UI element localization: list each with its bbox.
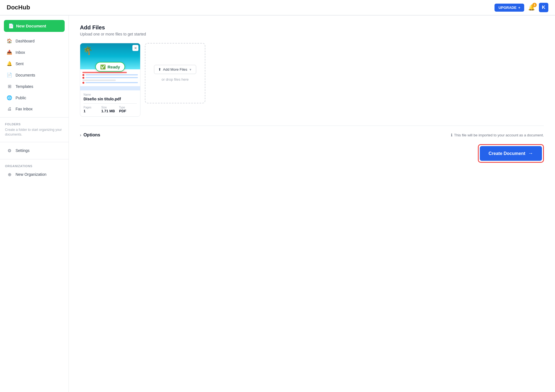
pdf-preview-body (80, 69, 140, 86)
app-layout: 📄 New Document 🏠 Dashboard 📥 Inbox 🔔 Sen… (0, 16, 555, 392)
ready-label: Ready (107, 65, 120, 69)
options-row: › Options ℹ This file will be imported t… (80, 131, 544, 144)
chevron-right-icon: › (80, 133, 81, 137)
file-type: Type PDF (119, 106, 137, 113)
file-info: Name Diseño sin titulo.pdf Pages 1 Size … (80, 90, 140, 116)
type-label: Type (119, 106, 137, 109)
file-close-button[interactable]: ✕ (132, 45, 138, 51)
sidebar-label-templates: Templates (16, 84, 33, 89)
sidebar-divider-3 (0, 159, 69, 159)
pdf-line-1 (82, 72, 127, 73)
new-document-button[interactable]: 📄 New Document (4, 20, 65, 32)
pdf-dot-red-1 (82, 74, 84, 76)
section-divider (80, 126, 544, 126)
options-info-row: ℹ This file will be imported to your acc… (451, 133, 544, 137)
sidebar-divider-1 (0, 117, 69, 118)
drop-zone[interactable]: ⬆ Add More Files ▼ or drop files here (145, 43, 205, 103)
new-doc-icon: 📄 (8, 23, 14, 29)
pdf-dot-line-1 (85, 74, 138, 75)
new-document-label: New Document (16, 24, 46, 28)
home-icon: 🏠 (7, 38, 12, 44)
upgrade-button[interactable]: UPGRADE + (495, 4, 524, 12)
sidebar-divider-2 (0, 142, 69, 142)
pdf-dot-red-2 (82, 77, 84, 79)
sidebar: 📄 New Document 🏠 Dashboard 📥 Inbox 🔔 Sen… (0, 16, 69, 392)
create-button-row: Create Document → (80, 144, 544, 163)
size-value: 1.71 MB (101, 109, 119, 113)
pages-value: 1 (84, 109, 101, 113)
user-avatar[interactable]: K (539, 3, 548, 12)
documents-icon: 📄 (7, 72, 12, 78)
sidebar-label-new-org: New Organization (16, 172, 46, 177)
sidebar-label-fax-inbox: Fax Inbox (16, 107, 32, 111)
sidebar-item-public[interactable]: 🌐 Public (2, 92, 67, 103)
sidebar-label-dashboard: Dashboard (16, 39, 35, 43)
add-more-label: Add More Files (163, 67, 187, 72)
orgs-section-title: ORGANIZATIONS (0, 162, 69, 169)
file-name: Diseño sin titulo.pdf (84, 97, 137, 101)
topbar: DocHub UPGRADE + 🔔 3 K (0, 0, 555, 16)
sidebar-item-inbox[interactable]: 📥 Inbox (2, 47, 67, 58)
pdf-dot-red-3 (82, 82, 84, 84)
sidebar-item-sent[interactable]: 🔔 Sent (2, 58, 67, 69)
info-icon: ℹ (451, 133, 452, 137)
type-value: PDF (119, 109, 137, 113)
options-info-text: This file will be imported to your accou… (454, 133, 544, 137)
size-label: Size (101, 106, 119, 109)
templates-icon: ⊞ (7, 84, 12, 89)
pdf-line-2 (82, 80, 116, 81)
sidebar-label-inbox: Inbox (16, 50, 25, 55)
inbox-icon: 📥 (7, 50, 12, 55)
arrow-right-icon: → (528, 151, 533, 156)
pdf-dot-row-2 (82, 77, 138, 79)
sidebar-item-dashboard[interactable]: 🏠 Dashboard (2, 35, 67, 46)
folders-section-title: FOLDERS (0, 120, 69, 127)
create-document-button[interactable]: Create Document → (480, 146, 542, 161)
sidebar-item-settings[interactable]: ⚙ Settings (2, 145, 67, 156)
upgrade-label: UPGRADE (498, 6, 516, 10)
file-meta-row: Pages 1 Size 1.71 MB Type PDF (84, 103, 137, 113)
pdf-dot-line-3 (85, 82, 138, 83)
pdf-dot-line-2 (85, 77, 138, 78)
sidebar-label-public: Public (16, 96, 26, 100)
upload-icon: ⬆ (158, 67, 161, 72)
pdf-dot-row-1 (82, 74, 138, 76)
file-size: Size 1.71 MB (101, 106, 119, 113)
sidebar-item-templates[interactable]: ⊞ Templates (2, 81, 67, 92)
dropdown-arrow-icon: ▼ (189, 68, 192, 71)
app-logo: DocHub (7, 4, 30, 11)
settings-icon: ⚙ (7, 148, 12, 153)
add-more-files-button[interactable]: ⬆ Add More Files ▼ (154, 65, 196, 74)
topbar-actions: UPGRADE + 🔔 3 K (495, 3, 548, 12)
notification-badge: 3 (532, 3, 537, 7)
sidebar-item-new-org[interactable]: ⊕ New Organization (2, 169, 67, 180)
file-name-label: Name (84, 93, 137, 96)
sent-icon: 🔔 (7, 61, 12, 66)
add-more-wrapper: ⬆ Add More Files ▼ (154, 65, 196, 74)
fax-icon: 🖨 (7, 106, 12, 111)
create-doc-label: Create Document (489, 151, 525, 156)
create-button-highlight: Create Document → (478, 144, 544, 163)
new-org-icon: ⊕ (7, 172, 12, 177)
sidebar-item-fax-inbox[interactable]: 🖨 Fax Inbox (2, 104, 67, 114)
pdf-dot-row-3 (82, 82, 138, 84)
add-files-subtitle: Upload one or more files to get started (80, 32, 544, 36)
pages-label: Pages (84, 106, 101, 109)
sidebar-label-sent: Sent (16, 62, 24, 66)
ready-badge: ✅ Ready (95, 62, 125, 72)
options-toggle[interactable]: › Options (80, 133, 100, 138)
sidebar-nav: 🏠 Dashboard 📥 Inbox 🔔 Sent 📄 Documents ⊞… (0, 35, 69, 114)
files-row: ✅ Ready ✕ Name Diseño sin titulo.pdf Pag… (80, 43, 544, 117)
main-content: Add Files Upload one or more files to ge… (69, 16, 555, 392)
file-card: ✅ Ready ✕ Name Diseño sin titulo.pdf Pag… (80, 43, 140, 117)
public-icon: 🌐 (7, 95, 12, 100)
file-preview: ✅ Ready ✕ (80, 43, 140, 90)
sidebar-label-documents: Documents (16, 73, 35, 77)
notifications-bell[interactable]: 🔔 3 (528, 4, 535, 11)
upgrade-plus-icon: + (518, 6, 520, 10)
ready-check-icon: ✅ (100, 64, 106, 70)
options-label: Options (84, 133, 100, 138)
sidebar-label-settings: Settings (16, 148, 30, 153)
sidebar-item-documents[interactable]: 📄 Documents (2, 70, 67, 80)
drop-text: or drop files here (162, 77, 189, 82)
